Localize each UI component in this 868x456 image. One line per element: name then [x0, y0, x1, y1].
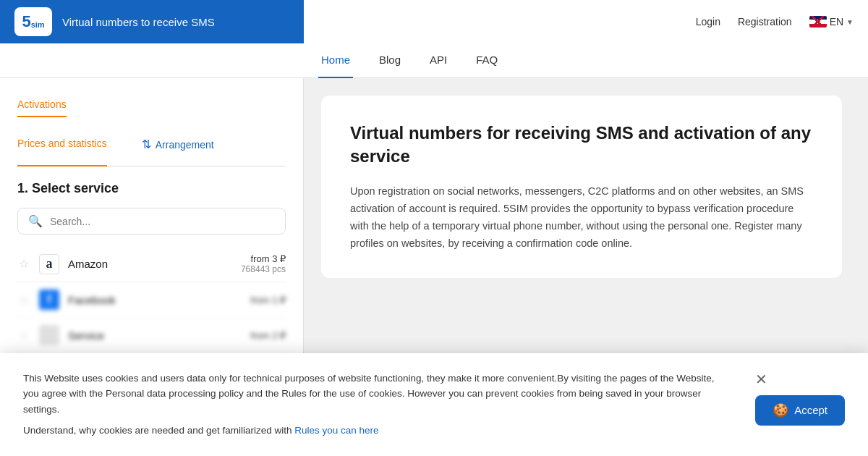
cookie-text: This Website uses cookies and users data… [23, 371, 732, 439]
logo-sim: sim [31, 20, 45, 29]
star-icon[interactable]: ☆ [17, 257, 30, 271]
service-price: from 3 ₽ 768443 pcs [241, 253, 286, 274]
service-name: Amazon [68, 258, 232, 270]
price-count: 768443 pcs [241, 264, 286, 274]
language-selector[interactable]: EN ▼ [809, 16, 854, 28]
star-icon[interactable]: ☆ [17, 293, 30, 307]
cookie-emoji: 🍪 [773, 402, 788, 418]
nav-api[interactable]: API [427, 43, 450, 78]
prices-stats-tab[interactable]: Prices and statistics [17, 132, 107, 166]
content-title: Virtual numbers for receiving SMS and ac… [350, 122, 813, 169]
cookie-rules-link[interactable]: Rules you can here [294, 425, 378, 436]
content-card: Virtual numbers for receiving SMS and ac… [321, 96, 842, 278]
amazon-logo: a [39, 254, 59, 274]
nav-blog[interactable]: Blog [376, 43, 404, 78]
sidebar-tabs: Activations [17, 93, 286, 117]
language-label: EN [830, 16, 843, 28]
arrangement-tab[interactable]: ⇅ Arrangement [142, 132, 214, 157]
close-cookie-button[interactable]: ✕ [755, 371, 767, 388]
service-price: from 1 ₽ [251, 295, 286, 305]
registration-link[interactable]: Registration [738, 16, 792, 28]
price-value: from 1 ₽ [251, 295, 286, 305]
star-icon[interactable]: ☆ [17, 329, 30, 342]
service-logo [39, 325, 59, 345]
chevron-down-icon: ▼ [846, 18, 854, 26]
search-input[interactable] [50, 216, 275, 227]
price-value: from 3 ₽ [241, 253, 286, 264]
accept-label: Accept [794, 404, 827, 416]
arrangement-label: Arrangement [156, 139, 214, 151]
secondary-nav: Home Blog API FAQ [0, 43, 868, 78]
logo-section: 5 sim Virtual numbers to receive SMS [0, 7, 304, 36]
search-box[interactable]: 🔍 [17, 208, 286, 235]
login-link[interactable]: Login [696, 16, 720, 28]
cookie-rules-text: Understand, why cookies are needed and g… [23, 423, 732, 439]
nav-faq[interactable]: FAQ [473, 43, 501, 78]
arrangement-icon: ⇅ [142, 138, 151, 151]
top-header: 5 sim Virtual numbers to receive SMS Log… [0, 0, 868, 43]
content-body: Upon registration on social networks, me… [350, 183, 813, 253]
price-value: from 2 ₽ [251, 330, 286, 341]
tab-activations[interactable]: Activations [17, 93, 67, 117]
facebook-logo: f [39, 290, 59, 310]
service-name: Service [68, 329, 242, 342]
header-right: Login Registration EN ▼ [304, 0, 868, 43]
nav-home[interactable]: Home [318, 43, 353, 78]
list-item[interactable]: ☆ a Amazon from 3 ₽ 768443 pcs [17, 246, 286, 282]
logo[interactable]: 5 sim [14, 7, 52, 36]
uk-flag-icon [809, 16, 827, 28]
list-item[interactable]: ☆ f Facebook from 1 ₽ [17, 282, 286, 318]
search-icon: 🔍 [28, 214, 43, 228]
accept-cookie-button[interactable]: 🍪 Accept [755, 395, 845, 426]
cookie-banner: This Website uses cookies and users data… [0, 353, 868, 456]
select-service-title: 1. Select service [17, 181, 286, 196]
list-item[interactable]: ☆ Service from 2 ₽ [17, 318, 286, 353]
service-price: from 2 ₽ [251, 330, 286, 341]
service-name: Facebook [68, 294, 242, 306]
logo-number: 5 [22, 12, 30, 31]
logo-tagline: Virtual numbers to receive SMS [62, 16, 215, 28]
cookie-message: This Website uses cookies and users data… [23, 371, 732, 418]
